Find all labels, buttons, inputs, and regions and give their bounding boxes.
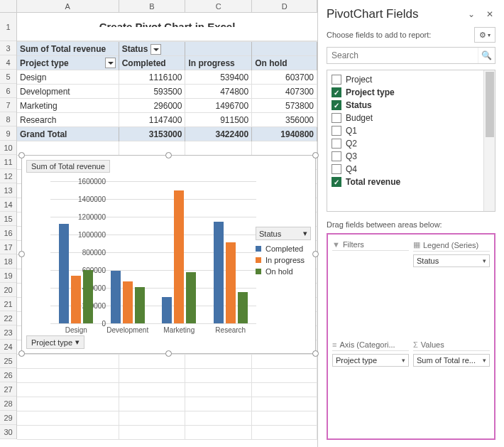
row-header[interactable]: 30 <box>0 425 16 439</box>
dropdown-icon[interactable]: ▾ <box>483 257 486 264</box>
dropdown-icon[interactable]: ▾ <box>402 357 405 364</box>
chart-title-button[interactable]: Sum of Total revenue <box>26 160 110 173</box>
row-header[interactable]: 25 <box>0 354 16 368</box>
field-item[interactable]: Project <box>327 73 495 86</box>
row-header[interactable]: 16 <box>0 226 16 240</box>
field-item[interactable]: Q1 <box>327 124 495 137</box>
checkbox[interactable]: ✓ <box>332 100 341 110</box>
chart-legend[interactable]: Status▾ CompletedIn progressOn hold <box>256 227 311 279</box>
row-header[interactable]: 1 <box>0 13 16 41</box>
resize-handle[interactable] <box>18 350 25 357</box>
bar[interactable] <box>135 287 145 323</box>
scroll-thumb[interactable] <box>486 72 494 137</box>
resize-handle[interactable] <box>18 251 25 257</box>
dropdown-icon[interactable]: ▾ <box>483 357 486 364</box>
empty-row[interactable] <box>17 369 317 383</box>
scrollbar[interactable] <box>483 70 495 211</box>
field-item[interactable]: ✓Status <box>327 99 495 112</box>
row-header[interactable]: 27 <box>0 382 16 397</box>
bar[interactable] <box>71 276 81 323</box>
col-header-b[interactable]: B <box>119 0 186 12</box>
row-header[interactable]: 19 <box>0 269 16 283</box>
table-row[interactable]: Research1147400911500356000 <box>17 113 317 127</box>
legend-area[interactable]: ▦Legend (Series) Status▾ <box>413 239 490 335</box>
field-pill[interactable]: Sum of Total re...▾ <box>413 354 490 367</box>
axis-area[interactable]: ≡Axis (Categori... Project type▾ <box>332 339 409 435</box>
legend-item[interactable]: On hold <box>256 267 311 276</box>
row-header[interactable]: 9 <box>0 126 16 141</box>
axis-field-button[interactable]: Project type▾ <box>26 335 84 349</box>
row-header[interactable]: 8 <box>0 112 16 126</box>
row-header[interactable]: 10 <box>0 141 16 155</box>
row-header[interactable]: 29 <box>0 411 16 425</box>
col-header-d[interactable]: D <box>252 0 317 12</box>
row-header[interactable]: 26 <box>0 368 16 382</box>
checkbox[interactable] <box>332 164 341 174</box>
field-item[interactable]: Q3 <box>327 150 495 163</box>
empty-row[interactable] <box>17 411 317 426</box>
field-item[interactable]: ✓Total revenue <box>327 176 495 188</box>
empty-row[interactable] <box>17 355 317 369</box>
row-header[interactable]: 21 <box>0 297 16 311</box>
field-item[interactable]: ✓Project type <box>327 86 495 99</box>
field-pill[interactable]: Status▾ <box>413 254 490 267</box>
search-icon[interactable]: 🔍 <box>478 48 495 63</box>
dropdown-icon[interactable] <box>150 44 161 55</box>
layout-options-button[interactable]: ⚙▾ <box>474 27 495 43</box>
row-header[interactable]: 23 <box>0 325 16 340</box>
field-item[interactable]: Budget <box>327 112 495 124</box>
row-header[interactable]: 4 <box>0 55 16 70</box>
legend-item[interactable]: Completed <box>256 244 311 253</box>
resize-handle[interactable] <box>312 152 319 158</box>
field-list[interactable]: Project✓Project type✓StatusBudgetQ1Q2Q3Q… <box>327 70 495 212</box>
row-header[interactable]: 15 <box>0 212 16 226</box>
row-header[interactable]: 5 <box>0 70 16 84</box>
bar[interactable] <box>186 272 196 323</box>
bar[interactable] <box>214 222 224 323</box>
field-item[interactable]: Q2 <box>327 137 495 150</box>
chevron-down-icon[interactable]: ⌄ <box>466 9 477 20</box>
resize-handle[interactable] <box>312 251 319 257</box>
bar[interactable] <box>83 270 93 323</box>
resize-handle[interactable] <box>165 350 172 357</box>
filters-area[interactable]: ▼Filters <box>332 239 409 335</box>
resize-handle[interactable] <box>312 350 319 357</box>
empty-row[interactable] <box>17 426 317 440</box>
legend-field-button[interactable]: Status▾ <box>256 227 311 240</box>
dropdown-icon[interactable] <box>105 58 116 68</box>
pivot-chart[interactable]: Sum of Total revenue 0200000400000600000… <box>21 155 316 354</box>
row-header[interactable]: 20 <box>0 283 16 297</box>
row-header[interactable]: 11 <box>0 155 16 169</box>
row-header[interactable]: 7 <box>0 98 16 112</box>
table-row[interactable]: Design1116100539400603700 <box>17 70 317 85</box>
close-icon[interactable]: ✕ <box>484 9 495 20</box>
search-input[interactable] <box>327 48 478 63</box>
bar[interactable] <box>59 224 69 323</box>
row-header[interactable]: 28 <box>0 397 16 411</box>
bar[interactable] <box>238 292 248 324</box>
bar[interactable] <box>111 271 121 323</box>
bar[interactable] <box>174 190 184 323</box>
legend-item[interactable]: In progress <box>256 256 311 264</box>
row-header[interactable]: 3 <box>0 41 16 55</box>
values-area[interactable]: ΣValues Sum of Total re...▾ <box>413 339 490 435</box>
resize-handle[interactable] <box>165 152 172 158</box>
select-all-cell[interactable] <box>0 0 17 12</box>
table-row[interactable]: Development593500474800407300 <box>17 85 317 99</box>
row-header[interactable]: 13 <box>0 183 16 198</box>
row-header[interactable]: 14 <box>0 198 16 212</box>
row-header[interactable]: 18 <box>0 254 16 269</box>
row-header[interactable]: 24 <box>0 340 16 354</box>
checkbox[interactable]: ✓ <box>332 87 341 97</box>
checkbox[interactable] <box>332 75 341 85</box>
bar[interactable] <box>226 242 236 323</box>
field-pill[interactable]: Project type▾ <box>332 354 409 367</box>
row-header[interactable]: 22 <box>0 311 16 325</box>
row-header[interactable]: 6 <box>0 84 16 98</box>
field-item[interactable]: Q4 <box>327 163 495 176</box>
checkbox[interactable] <box>332 113 341 123</box>
row-header[interactable]: 17 <box>0 240 16 254</box>
pivot-row-field[interactable]: Project type <box>17 56 119 70</box>
empty-row[interactable] <box>17 397 317 411</box>
checkbox[interactable] <box>332 126 341 136</box>
